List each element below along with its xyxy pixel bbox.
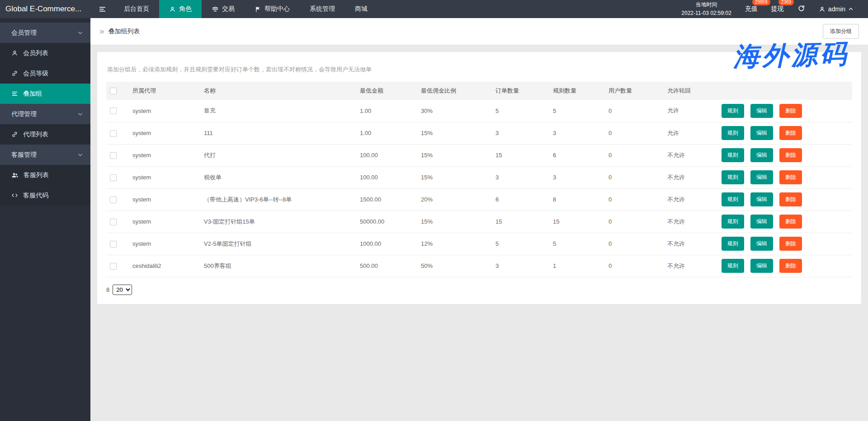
add-group-button[interactable]: 添加分组 xyxy=(823,24,859,39)
hamburger-menu-button[interactable] xyxy=(90,0,114,18)
rule-button[interactable]: 规则 xyxy=(722,148,744,162)
rule-button[interactable]: 规则 xyxy=(722,126,744,140)
edit-button[interactable]: 编辑 xyxy=(750,148,773,162)
sidebar-group-service-management[interactable]: 客服管理 xyxy=(0,145,90,165)
topbar-right: 当地时间 2022-11-03 02:59:02 充值 29959 提现 236… xyxy=(681,0,868,18)
delete-button[interactable]: 删除 xyxy=(779,104,802,118)
row-checkbox[interactable] xyxy=(110,196,117,203)
scales-icon xyxy=(212,5,219,13)
cell-rules: 5 xyxy=(549,233,605,255)
cell-min-commission: 12% xyxy=(417,233,492,255)
withdraw-button[interactable]: 提现 2369 xyxy=(771,5,784,13)
cell-rules: 5 xyxy=(549,100,605,122)
edit-button[interactable]: 编辑 xyxy=(750,237,773,251)
groups-table: 所属代理名称最低金额最低佣金比例订单数量规则数量用户数量允许轮回 system首… xyxy=(106,82,852,277)
cell-orders: 5 xyxy=(492,100,549,122)
nav-item-mall[interactable]: 商城 xyxy=(345,0,377,18)
cell-users: 0 xyxy=(605,122,664,144)
cell-agent: system xyxy=(129,188,200,210)
sidebar-item-member-list[interactable]: 会员列表 xyxy=(0,43,90,63)
withdraw-label: 提现 xyxy=(771,5,784,12)
table-row: system（带他上高速）VIP3-6单--转--8单1500.0020%680… xyxy=(106,188,852,210)
cell-name: V2-5单固定打针组 xyxy=(200,233,356,255)
total-count: 8 xyxy=(106,286,109,293)
rule-button[interactable]: 规则 xyxy=(722,215,744,229)
topbar: Global E-Commerce... 后台首页角色交易帮助中心系统管理商城 … xyxy=(0,0,868,18)
row-checkbox[interactable] xyxy=(110,174,117,181)
edit-button[interactable]: 编辑 xyxy=(750,192,773,206)
col-header-actions xyxy=(718,82,852,100)
cell-min-amount: 500.00 xyxy=(356,255,417,277)
row-select-cell xyxy=(106,233,129,255)
row-select-cell xyxy=(106,166,129,188)
cell-agent: system xyxy=(129,100,200,122)
nav-item-role[interactable]: 角色 xyxy=(159,0,202,18)
col-header-orders: 订单数量 xyxy=(492,82,549,100)
col-header-agent: 所属代理 xyxy=(129,82,200,100)
recharge-button[interactable]: 充值 29959 xyxy=(745,5,758,13)
sidebar-group-agent-management[interactable]: 代理管理 xyxy=(0,104,90,124)
page-size-select[interactable]: 20 xyxy=(113,285,132,295)
nav-item-system-management[interactable]: 系统管理 xyxy=(300,0,345,18)
nav-item-help-center[interactable]: 帮助中心 xyxy=(245,0,300,18)
card: 添加分组后，必须添加规则，并且规则需要对应好订单个数，若出现不对称情况，会导致用… xyxy=(97,52,861,304)
sidebar-item-agent-list[interactable]: 代理列表 xyxy=(0,124,90,145)
nav-item-dashboard[interactable]: 后台首页 xyxy=(114,0,159,18)
delete-button[interactable]: 删除 xyxy=(779,259,802,273)
edit-button[interactable]: 编辑 xyxy=(750,259,773,273)
rule-button[interactable]: 规则 xyxy=(722,259,744,273)
rule-button[interactable]: 规则 xyxy=(722,237,744,251)
col-header-cycle: 允许轮回 xyxy=(664,82,718,100)
cell-min-commission: 15% xyxy=(417,210,492,233)
edit-button[interactable]: 编辑 xyxy=(750,104,773,118)
delete-button[interactable]: 删除 xyxy=(779,170,802,184)
row-checkbox[interactable] xyxy=(110,152,117,159)
col-header-min-amount: 最低金额 xyxy=(356,82,417,100)
rule-button[interactable]: 规则 xyxy=(722,104,744,118)
cell-min-amount: 50000.00 xyxy=(356,210,417,233)
refresh-icon xyxy=(797,5,805,12)
cell-actions: 规则编辑删除 xyxy=(718,144,852,166)
sidebar-item-service-code[interactable]: 客服代码 xyxy=(0,185,90,206)
cell-min-amount: 1500.00 xyxy=(356,188,417,210)
cell-actions: 规则编辑删除 xyxy=(718,100,852,122)
nav-item-trade[interactable]: 交易 xyxy=(202,0,245,18)
rule-button[interactable]: 规则 xyxy=(722,192,744,206)
row-checkbox[interactable] xyxy=(110,241,117,248)
edit-button[interactable]: 编辑 xyxy=(750,170,773,184)
sidebar-item-service-list[interactable]: 客服列表 xyxy=(0,165,90,185)
flag-icon xyxy=(255,6,261,13)
user-icon xyxy=(169,6,176,13)
edit-button[interactable]: 编辑 xyxy=(750,126,773,140)
edit-button[interactable]: 编辑 xyxy=(750,215,773,229)
sidebar-item-member-level[interactable]: 会员等级 xyxy=(0,63,90,84)
row-checkbox[interactable] xyxy=(110,108,117,114)
cell-actions: 规则编辑删除 xyxy=(718,188,852,210)
user-menu[interactable]: admin xyxy=(819,5,854,13)
delete-button[interactable]: 删除 xyxy=(779,148,802,162)
row-checkbox[interactable] xyxy=(110,263,117,270)
delete-button[interactable]: 删除 xyxy=(779,237,802,251)
cell-min-amount: 100.00 xyxy=(356,144,417,166)
table-header-row: 所属代理名称最低金额最低佣金比例订单数量规则数量用户数量允许轮回 xyxy=(106,82,852,100)
nav-item-label: 商城 xyxy=(355,5,368,13)
select-all-checkbox[interactable] xyxy=(110,88,117,94)
chevron-down-icon xyxy=(77,30,83,36)
cell-users: 0 xyxy=(605,166,664,188)
delete-button[interactable]: 删除 xyxy=(779,215,802,229)
sidebar-group-member-management[interactable]: 会员管理 xyxy=(0,23,90,43)
cell-name: 代打 xyxy=(200,144,356,166)
cell-agent: ceshidalili2 xyxy=(129,255,200,277)
refresh-button[interactable] xyxy=(797,5,805,14)
delete-button[interactable]: 删除 xyxy=(779,126,802,140)
cell-name: V3-固定打针组15单 xyxy=(200,210,356,233)
withdraw-badge: 2369 xyxy=(778,0,794,5)
sidebar-item-stack-group[interactable]: 叠加组 xyxy=(0,84,90,104)
rule-button[interactable]: 规则 xyxy=(722,170,744,184)
row-checkbox[interactable] xyxy=(110,130,117,137)
cell-orders: 5 xyxy=(492,233,549,255)
delete-button[interactable]: 删除 xyxy=(779,192,802,206)
table-row: systemV2-5单固定打针组1000.0012%550不允许规则编辑删除 xyxy=(106,233,852,255)
row-checkbox[interactable] xyxy=(110,219,117,225)
table-row: systemV3-固定打针组15单50000.0015%15150不允许规则编辑… xyxy=(106,210,852,233)
